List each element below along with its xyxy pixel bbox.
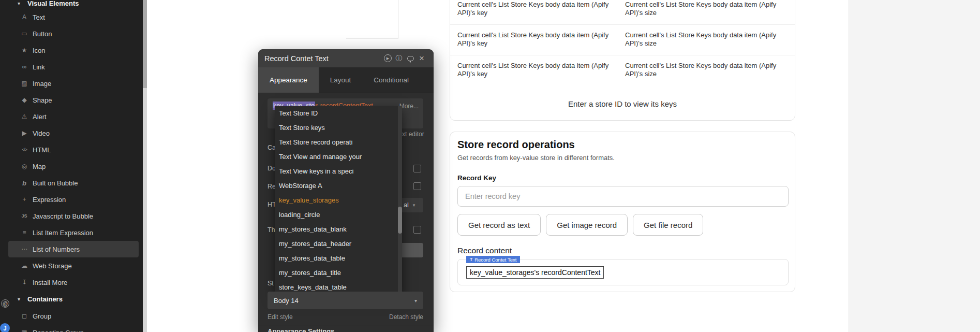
detach-style-link[interactable]: Detach style [389, 313, 423, 321]
sidebar-item-label: Map [33, 163, 46, 170]
popup-title-bar[interactable]: Record Contet Text ▶ ⓘ × [258, 49, 434, 67]
record-content-text-element[interactable]: key_value_storages's recordContentText [466, 266, 604, 279]
page-element-border-vertical [398, 0, 398, 39]
sidebar-item-label: Link [33, 63, 45, 71]
preview-button[interactable]: ▶ [382, 54, 393, 62]
mention-badge-icon[interactable]: @ [1, 299, 9, 308]
sidebar-item-text[interactable]: A Text [8, 9, 139, 25]
sidebar-item-html[interactable]: </> HTML [8, 141, 139, 158]
checkbox[interactable] [413, 165, 421, 172]
info-button[interactable]: ⓘ [393, 54, 405, 63]
grid-icon: ▦ [20, 329, 29, 332]
record-key-input[interactable] [457, 186, 789, 207]
get-file-record-button[interactable]: Get file record [633, 214, 703, 236]
sidebar-scrollbar-thumb[interactable] [143, 0, 147, 88]
chevron-down-icon: ▾ [414, 298, 417, 304]
autocomplete-scrollbar-thumb[interactable] [398, 207, 402, 234]
sidebar-item-alert[interactable]: ⚠ Alert [8, 108, 139, 125]
table-row: Current cell's List Store Keys body data… [450, 25, 795, 55]
style-dropdown-value: Body 14 [274, 297, 414, 305]
checkbox[interactable] [413, 226, 421, 234]
autocomplete-item[interactable]: Text Store ID [275, 106, 402, 121]
button-icon: ▭ [20, 30, 29, 37]
info-icon: ⓘ [396, 54, 403, 63]
autocomplete-item[interactable]: Text View keys in a speci [275, 164, 402, 179]
get-image-record-button[interactable]: Get image record [546, 214, 628, 236]
autocomplete-item[interactable]: my_stores_data_title [275, 266, 402, 280]
link-icon: ∞ [20, 63, 29, 70]
autocomplete-item[interactable]: WebStorage A [275, 179, 402, 193]
sidebar-item-label: Install More [33, 279, 67, 286]
checkbox[interactable] [413, 182, 421, 190]
sidebar-item-image[interactable]: ▨ Image [8, 75, 139, 92]
avatar[interactable]: J [0, 323, 10, 332]
sidebar-item-label: Group [33, 312, 51, 320]
table-cell-key: Current cell's List Store Keys body data… [457, 62, 625, 86]
table-cell-key: Current cell's List Store Keys body data… [457, 31, 625, 55]
autocomplete-scrollbar[interactable] [398, 106, 402, 295]
autocomplete-item-highlighted[interactable]: key_value_storages [275, 193, 402, 208]
autocomplete-item[interactable]: loading_circle [275, 208, 402, 222]
table-row: Current cell's List Store Keys body data… [450, 55, 795, 86]
get-record-as-text-button[interactable]: Get record as text [457, 214, 541, 236]
sidebar-item-built-on-bubble[interactable]: b Built on Bubble [8, 175, 139, 191]
sidebar-item-install-more[interactable]: ↧ Install More [8, 274, 139, 291]
selected-element-tag: T Record Contet Text [466, 256, 520, 263]
star-icon: ★ [20, 47, 29, 54]
text-icon: A [20, 13, 29, 21]
sidebar-item-list-of-numbers[interactable]: ⋯ List of Numbers [8, 241, 139, 257]
autocomplete-item[interactable]: my_stores_data_blank [275, 222, 402, 237]
sidebar-item-map[interactable]: ◎ Map [8, 158, 139, 175]
tab-appearance[interactable]: Appearance [258, 67, 319, 93]
sidebar-item-group[interactable]: ◻ Group [8, 308, 139, 324]
expression-more-button[interactable]: More... [399, 103, 419, 110]
sidebar-item-list-item-expression[interactable]: ≡ List Item Expression [8, 224, 139, 241]
play-icon: ▶ [384, 54, 392, 62]
sidebar-item-javascript-to-bubble[interactable]: JS Javascript to Bubble [8, 208, 139, 224]
section-header-containers[interactable]: ▾ Containers [8, 292, 139, 306]
play-icon: ▶ [20, 129, 29, 137]
record-content-label: Record content [457, 246, 512, 255]
autocomplete-item[interactable]: Text Store keys [275, 121, 402, 135]
sidebar-item-icon[interactable]: ★ Icon [8, 42, 139, 59]
tab-layout[interactable]: Layout [319, 67, 363, 93]
sidebar-scrollbar[interactable] [143, 0, 147, 332]
sidebar-item-video[interactable]: ▶ Video [8, 125, 139, 141]
shape-icon: ◆ [20, 96, 29, 104]
clipped-dropdown[interactable]: al ▾ [402, 198, 423, 212]
open-text-editor-link[interactable]: xt editor [402, 131, 424, 138]
text-element-icon: T [470, 257, 472, 262]
close-icon: × [419, 53, 424, 64]
clipped-button[interactable] [402, 243, 423, 257]
autocomplete-item[interactable]: Text View and manage your [275, 150, 402, 164]
popup-tab-bar: Appearance Layout Conditional [258, 67, 434, 93]
plus-icon: + [20, 196, 29, 203]
sidebar-item-web-storage[interactable]: ☁ Web Storage [8, 257, 139, 274]
sidebar-item-shape[interactable]: ◆ Shape [8, 92, 139, 108]
sidebar-item-button[interactable]: ▭ Button [8, 25, 139, 42]
table-cell-size: Current cell's List Store Keys body data… [625, 62, 788, 86]
chevron-down-icon: ▾ [18, 296, 25, 302]
close-button[interactable]: × [416, 53, 427, 64]
sidebar-item-label: Button [33, 30, 52, 38]
tab-conditional[interactable]: Conditional [362, 67, 420, 93]
download-icon: ↧ [20, 279, 29, 286]
group-icon: ◻ [20, 312, 29, 320]
comment-button[interactable] [405, 56, 416, 61]
sidebar-item-repeating-group[interactable]: ▦ Repeating Group [8, 324, 139, 332]
sidebar-item-expression[interactable]: + Expression [8, 191, 139, 208]
comment-icon [407, 56, 414, 61]
sidebar-item-link[interactable]: ∞ Link [8, 59, 139, 75]
record-actions: Get record as text Get image record Get … [457, 214, 703, 236]
style-dropdown[interactable]: Body 14 ▾ [268, 292, 423, 309]
sidebar-item-label: HTML [33, 146, 51, 154]
edit-style-link[interactable]: Edit style [268, 313, 293, 321]
autocomplete-item[interactable]: my_stores_data_table [275, 251, 402, 266]
warning-icon: ⚠ [20, 113, 29, 120]
sidebar-item-label: Alert [33, 113, 47, 121]
javascript-icon: JS [20, 213, 29, 219]
autocomplete-item[interactable]: my_stores_data_header [275, 237, 402, 251]
appearance-settings-section-header[interactable]: Appearance Settings [268, 327, 334, 332]
autocomplete-item[interactable]: Text Store record operati [275, 135, 402, 150]
table-cell-size: Current cell's List Store Keys body data… [625, 1, 788, 24]
